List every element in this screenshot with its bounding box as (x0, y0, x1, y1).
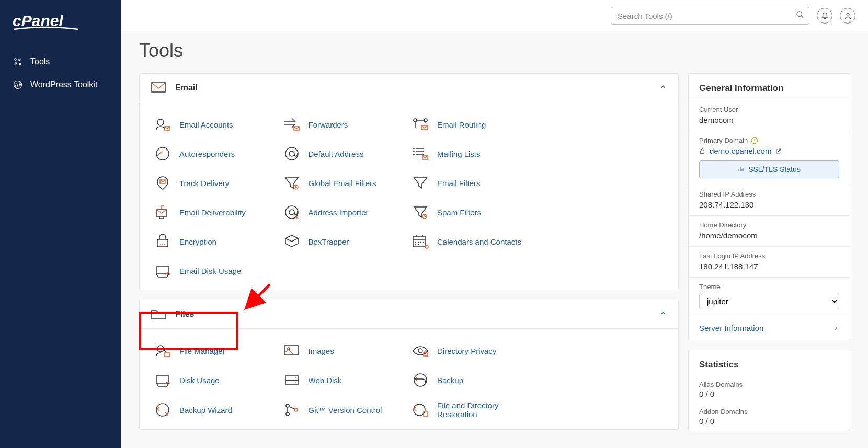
svg-point-49 (294, 408, 298, 411)
images-icon (282, 343, 301, 358)
search-icon (796, 10, 804, 21)
sidebar-item-wordpress[interactable]: WordPress Toolkit (0, 73, 121, 96)
tool-boxtrapper[interactable]: BoxTrapper (280, 227, 409, 256)
tool-global-email-filters[interactable]: Global Email Filters (280, 168, 409, 198)
tool-label: Calendars and Contacts (437, 237, 521, 246)
svg-point-24 (160, 244, 161, 245)
tool-autoresponders[interactable]: Autoresponders (151, 139, 280, 168)
sidebar-item-tools[interactable]: Tools (0, 50, 121, 73)
boxtrapper-icon (282, 234, 301, 249)
calendar-icon (411, 234, 430, 249)
cpanel-logo: cPanel (0, 12, 121, 50)
tool-backup[interactable]: Backup (409, 365, 538, 395)
tool-label: Address Importer (309, 208, 369, 217)
tool-label: Global Email Filters (309, 179, 376, 188)
svg-point-7 (157, 119, 164, 125)
tool-label: BoxTrapper (309, 237, 349, 246)
svg-point-44 (295, 382, 296, 383)
tool-file-restoration[interactable]: File and Directory Restoration (409, 395, 538, 425)
tool-track-delivery[interactable]: Track Delivery (151, 168, 280, 198)
git-icon (282, 403, 301, 417)
info-title: General Information (689, 74, 850, 100)
tools-icon (13, 56, 23, 67)
panel-files: Files File Manager Images Directory Priv… (139, 300, 679, 430)
search-input[interactable] (611, 7, 809, 25)
svg-rect-37 (284, 346, 298, 355)
tool-email-accounts[interactable]: Email Accounts (151, 110, 280, 139)
svg-point-31 (424, 242, 424, 243)
stat-value-alias: 0 / 0 (699, 389, 839, 398)
user-menu-button[interactable] (840, 8, 855, 24)
tool-disk-usage[interactable]: Disk Usage (151, 365, 280, 395)
notifications-button[interactable] (817, 8, 832, 24)
svg-point-14 (285, 147, 298, 160)
svg-point-35 (157, 346, 164, 352)
bell-icon (821, 12, 829, 20)
mailing-lists-icon (411, 146, 430, 161)
tool-label: File Manager (179, 347, 225, 355)
chevron-right-icon (833, 325, 839, 331)
user-icon (844, 12, 852, 20)
tool-default-address[interactable]: Default Address (280, 139, 409, 168)
disk-usage-icon (153, 373, 172, 387)
svg-point-1 (15, 59, 16, 60)
info-value-home-dir: /home/democom (699, 231, 839, 240)
restoration-icon (411, 403, 430, 417)
tool-directory-privacy[interactable]: Directory Privacy (409, 336, 538, 365)
tool-label: Directory Privacy (437, 347, 496, 355)
page-title: Tools (139, 40, 850, 62)
directory-privacy-icon (411, 343, 430, 358)
tool-web-disk[interactable]: Web Disk (280, 365, 409, 395)
tool-email-filters[interactable]: Email Filters (409, 168, 538, 198)
svg-point-43 (295, 377, 296, 378)
theme-select[interactable]: jupiter (699, 293, 839, 309)
spam-filters-icon (411, 205, 430, 220)
primary-domain-link[interactable]: demo.cpanel.com (699, 146, 839, 155)
tool-images[interactable]: Images (280, 336, 409, 365)
tool-spam-filters[interactable]: Spam Filters (409, 198, 538, 227)
tool-forwarders[interactable]: Forwarders (280, 110, 409, 139)
tool-email-deliverability[interactable]: Email Deliverability (151, 198, 280, 227)
track-delivery-icon (153, 176, 172, 190)
stat-value-addon: 0 / 0 (699, 417, 839, 426)
ssl-status-button[interactable]: SSL/TLS Status (699, 160, 839, 178)
wordpress-icon (13, 79, 23, 90)
tool-address-importer[interactable]: Address Importer (280, 198, 409, 227)
stats-title: Statistics (689, 350, 850, 376)
tool-calendars-contacts[interactable]: Calendars and Contacts (409, 227, 538, 256)
svg-point-2 (19, 63, 21, 65)
tool-label: Forwarders (309, 120, 348, 129)
svg-point-28 (416, 242, 416, 243)
chevron-up-icon (659, 309, 667, 319)
tool-label: Spam Filters (437, 208, 481, 217)
panel-header-email[interactable]: Email (140, 74, 678, 102)
server-information-link[interactable]: Server Information (689, 316, 850, 340)
encryption-icon (153, 234, 172, 249)
tool-label: File and Directory Restoration (437, 401, 536, 419)
tool-label: Git™ Version Control (309, 406, 382, 415)
tool-file-manager[interactable]: File Manager (151, 336, 280, 365)
tool-label: Autoresponders (179, 150, 235, 158)
stat-label-addon: Addon Domains (699, 408, 839, 416)
svg-point-21 (289, 210, 294, 215)
file-manager-icon (153, 343, 172, 358)
tool-mailing-lists[interactable]: Mailing Lists (409, 139, 538, 168)
svg-point-30 (421, 242, 421, 243)
global-filters-icon (282, 176, 301, 190)
tool-label: Email Deliverability (179, 208, 246, 217)
tool-email-disk-usage[interactable]: Email Disk Usage (151, 256, 280, 285)
sidebar-item-label: WordPress Toolkit (30, 80, 97, 89)
svg-point-39 (418, 349, 422, 353)
address-importer-icon (282, 205, 301, 220)
topbar (121, 0, 868, 31)
folder-icon (151, 308, 166, 320)
tool-email-routing[interactable]: Email Routing (409, 110, 538, 139)
tool-backup-wizard[interactable]: Backup Wizard (151, 395, 280, 425)
tool-encryption[interactable]: Encryption (151, 227, 280, 256)
tool-label: Email Disk Usage (179, 267, 241, 275)
chevron-up-icon (659, 83, 667, 93)
panel-header-files[interactable]: Files (140, 300, 678, 329)
tool-git-version-control[interactable]: Git™ Version Control (280, 395, 409, 425)
svg-rect-23 (157, 239, 168, 247)
autoresponders-icon (153, 146, 172, 161)
